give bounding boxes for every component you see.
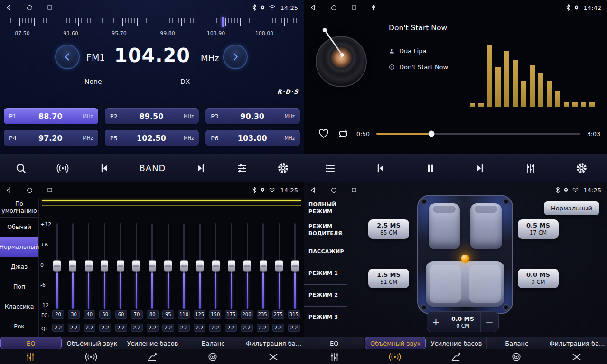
eq-slider-knob[interactable] xyxy=(69,261,76,272)
tab-surround-sound[interactable]: Объёмный звук xyxy=(365,337,426,349)
front-left-speaker-icon[interactable] xyxy=(420,198,428,205)
recents-button[interactable] xyxy=(47,5,53,10)
equalizer-mixer-icon[interactable] xyxy=(524,163,537,174)
tune-up-button[interactable] xyxy=(223,45,248,69)
preset-button-p1[interactable]: P1 88.70 MHz xyxy=(4,108,98,124)
eq-band-slider[interactable] xyxy=(100,223,109,309)
tab-surround-sound[interactable]: Объёмный звук xyxy=(62,337,123,349)
eq-slider-knob[interactable] xyxy=(164,261,172,272)
preset-button-p5[interactable]: P5 102.50 MHz xyxy=(105,130,199,146)
eq-band-slider[interactable] xyxy=(274,223,284,309)
eq-slider-knob[interactable] xyxy=(196,261,204,272)
eq-band-slider[interactable] xyxy=(163,223,173,309)
eq-band-slider[interactable] xyxy=(227,223,236,309)
eq-slider-knob[interactable] xyxy=(228,261,235,272)
surround-mode-item[interactable]: РЕЖИМ 3 xyxy=(304,307,347,328)
preset-button-p3[interactable]: P3 90.30 MHz xyxy=(205,108,300,124)
seek-bar-knob[interactable] xyxy=(429,131,435,137)
eq-band-slider[interactable] xyxy=(116,223,125,309)
crossover-filter-icon[interactable] xyxy=(546,349,607,364)
seek-search-icon[interactable] xyxy=(15,162,27,174)
tab-balance[interactable]: Баланс xyxy=(183,337,244,349)
increase-delay-button[interactable]: + xyxy=(427,312,445,332)
seek-bar[interactable] xyxy=(376,133,580,135)
eq-preset-item[interactable]: Обычай xyxy=(0,218,38,237)
eq-slider-knob[interactable] xyxy=(101,261,108,272)
eq-band-slider[interactable] xyxy=(243,223,252,309)
settings-gear-icon[interactable] xyxy=(576,162,588,174)
pause-icon[interactable] xyxy=(425,163,436,174)
tab-bass-boost[interactable]: Усиление басов xyxy=(122,337,183,349)
eq-preset-item[interactable]: Джаз xyxy=(0,257,38,277)
tab-eq[interactable]: EQ xyxy=(304,337,364,349)
eq-band-slider[interactable] xyxy=(148,223,157,309)
surround-sound-icon[interactable] xyxy=(61,349,121,364)
eq-band-slider[interactable] xyxy=(68,223,77,309)
eq-slider-knob[interactable] xyxy=(212,261,220,272)
surround-mode-item[interactable]: ПАССАЖИР xyxy=(304,241,347,263)
bass-boost-icon[interactable] xyxy=(121,349,182,364)
preset-button-p6[interactable]: P6 103.00 MHz xyxy=(205,130,300,146)
surround-sound-icon[interactable] xyxy=(365,349,426,364)
band-button[interactable]: BAND xyxy=(139,163,166,173)
frequency-scale[interactable]: 87.5091.6095.7099.80103.90108.00 xyxy=(0,16,304,41)
tab-filtering[interactable]: Фильтрация ба... xyxy=(547,337,607,349)
repeat-icon[interactable] xyxy=(336,128,350,139)
previous-station-icon[interactable] xyxy=(99,163,110,174)
back-button[interactable] xyxy=(6,187,12,193)
balance-target-icon[interactable] xyxy=(486,349,547,364)
equalizer-mixer-icon[interactable] xyxy=(304,349,365,364)
decrease-delay-button[interactable]: − xyxy=(480,312,498,332)
home-button[interactable] xyxy=(27,187,33,193)
eq-slider-knob[interactable] xyxy=(132,261,140,272)
eq-slider-knob[interactable] xyxy=(275,261,283,272)
eq-band-slider[interactable] xyxy=(290,223,300,309)
crossover-filter-icon[interactable] xyxy=(243,349,304,364)
album-art[interactable] xyxy=(316,36,367,87)
front-right-delay[interactable]: 0.5 MS 17 CM xyxy=(518,219,559,239)
back-button[interactable] xyxy=(310,4,317,11)
balance-target-icon[interactable] xyxy=(182,349,243,364)
eq-slider-knob[interactable] xyxy=(291,261,299,272)
sound-profile-button[interactable]: Нормальный xyxy=(544,201,599,215)
preset-button-p4[interactable]: P4 97.20 MHz xyxy=(4,130,98,146)
radio-scan-icon[interactable] xyxy=(56,162,69,174)
next-track-icon[interactable] xyxy=(474,163,486,174)
eq-band-slider[interactable] xyxy=(52,223,62,309)
tab-filtering[interactable]: Фильтрация ба... xyxy=(243,337,304,349)
rear-left-speaker-icon[interactable] xyxy=(420,304,428,311)
eq-preset-item[interactable]: Нормальный xyxy=(0,237,38,257)
eq-slider-knob[interactable] xyxy=(260,261,267,272)
eq-slider-knob[interactable] xyxy=(117,261,124,272)
eq-band-slider[interactable] xyxy=(84,223,93,309)
rear-right-speaker-icon[interactable] xyxy=(503,304,510,311)
listening-position-marker[interactable] xyxy=(461,255,469,263)
eq-preset-item[interactable]: По умолчанию xyxy=(0,198,38,218)
previous-track-icon[interactable] xyxy=(375,163,386,174)
front-left-delay[interactable]: 2.5 MS 85 CM xyxy=(368,219,409,239)
eq-preset-item[interactable]: Классика xyxy=(0,297,38,317)
bass-boost-icon[interactable] xyxy=(425,349,486,364)
home-button[interactable] xyxy=(331,5,337,11)
playlist-icon[interactable] xyxy=(324,163,336,174)
eq-band-slider[interactable] xyxy=(259,223,268,309)
home-button[interactable] xyxy=(27,5,33,11)
tab-bass-boost[interactable]: Усиление басов xyxy=(426,337,486,349)
surround-mode-item[interactable]: РЕЖИМ ВОДИТЕЛЯ xyxy=(304,219,347,241)
back-button[interactable] xyxy=(6,4,12,11)
tab-eq[interactable]: EQ xyxy=(0,337,62,349)
favorite-heart-icon[interactable] xyxy=(318,128,330,139)
tab-balance[interactable]: Баланс xyxy=(487,337,547,349)
rear-right-delay[interactable]: 0.0 MS 0 CM xyxy=(518,269,559,288)
tune-sliders-icon[interactable] xyxy=(236,163,248,174)
back-button[interactable] xyxy=(310,187,317,193)
rear-left-delay[interactable]: 1.5 MS 51 CM xyxy=(368,269,409,288)
eq-band-slider[interactable] xyxy=(179,223,189,309)
eq-slider-knob[interactable] xyxy=(243,261,251,272)
eq-slider-knob[interactable] xyxy=(53,261,61,272)
settings-gear-icon[interactable] xyxy=(277,162,289,174)
next-station-icon[interactable] xyxy=(195,163,206,174)
eq-slider-knob[interactable] xyxy=(85,261,93,272)
eq-band-slider[interactable] xyxy=(131,223,141,309)
equalizer-mixer-icon[interactable] xyxy=(0,349,61,364)
